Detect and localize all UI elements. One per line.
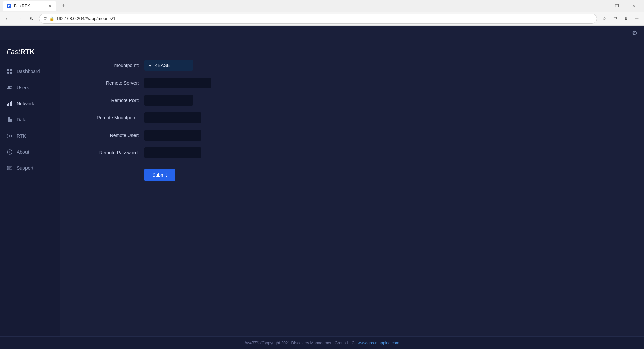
shield-icon: 🛡 bbox=[43, 16, 47, 21]
browser-titlebar: F FastRTK ✕ + — ❐ ✕ bbox=[0, 0, 644, 12]
sidebar-label-about: About bbox=[17, 149, 29, 155]
app-container: FastRTK Dashboard Users bbox=[0, 40, 644, 336]
svg-text:i: i bbox=[9, 150, 10, 154]
remote-user-row: Remote User: bbox=[80, 130, 282, 141]
users-icon bbox=[7, 85, 13, 91]
settings-gear-icon[interactable]: ⚙ bbox=[632, 29, 637, 37]
svg-rect-8 bbox=[10, 102, 11, 106]
menu-icon[interactable]: ☰ bbox=[632, 14, 641, 23]
tab-title: FastRTK bbox=[14, 4, 30, 8]
remote-user-input[interactable] bbox=[144, 130, 201, 141]
sidebar-item-users[interactable]: Users bbox=[0, 80, 60, 95]
remote-user-label: Remote User: bbox=[80, 133, 144, 138]
remote-port-input[interactable] bbox=[144, 95, 193, 106]
window-controls: — ❐ ✕ bbox=[592, 0, 641, 12]
svg-rect-9 bbox=[11, 101, 12, 106]
close-button[interactable]: ✕ bbox=[626, 0, 641, 12]
address-bar[interactable]: 🛡 🔒 192.168.0.204/#/app/mounts/1 bbox=[39, 14, 597, 24]
sidebar-item-rtk[interactable]: RTK bbox=[0, 128, 60, 144]
browser-toolbar: ← → ↻ 🛡 🔒 192.168.0.204/#/app/mounts/1 ☆… bbox=[0, 12, 644, 26]
remote-password-label: Remote Password: bbox=[80, 150, 144, 155]
remote-port-label: Remote Port: bbox=[80, 98, 144, 103]
rtk-icon bbox=[7, 133, 13, 139]
download-icon[interactable]: ⬇ bbox=[621, 14, 631, 23]
minimize-button[interactable]: — bbox=[592, 0, 608, 12]
logo-part2: RTK bbox=[20, 48, 35, 55]
svg-rect-7 bbox=[8, 103, 9, 106]
footer-logo: fastRTK bbox=[245, 341, 259, 345]
svg-point-12 bbox=[9, 135, 10, 137]
sidebar-label-dashboard: Dashboard bbox=[17, 69, 40, 74]
sidebar-label-users: Users bbox=[17, 85, 29, 90]
sidebar-item-data[interactable]: Data bbox=[0, 112, 60, 128]
svg-rect-2 bbox=[7, 72, 9, 74]
svg-rect-15 bbox=[7, 166, 12, 170]
lock-icon: 🔒 bbox=[49, 16, 54, 21]
tab-favicon: F bbox=[7, 4, 11, 8]
back-button[interactable]: ← bbox=[3, 14, 12, 23]
support-icon bbox=[7, 165, 13, 171]
forward-button[interactable]: → bbox=[15, 14, 24, 23]
new-tab-button[interactable]: + bbox=[59, 1, 68, 11]
sidebar-item-about[interactable]: i About bbox=[0, 144, 60, 160]
remote-mountpoint-row: Remote Mountpoint: bbox=[80, 112, 282, 123]
tab-close-icon[interactable]: ✕ bbox=[48, 4, 52, 8]
browser-tab[interactable]: F FastRTK ✕ bbox=[3, 1, 56, 11]
sidebar-label-support: Support bbox=[17, 165, 33, 171]
data-icon bbox=[7, 117, 13, 123]
svg-rect-1 bbox=[10, 69, 12, 71]
app-footer: fastRTK (C)opyright 2021 Discovery Manag… bbox=[0, 336, 644, 349]
about-icon: i bbox=[7, 149, 13, 155]
remote-mountpoint-input[interactable] bbox=[144, 112, 201, 123]
footer-link[interactable]: www.gps-mapping.com bbox=[358, 341, 399, 345]
sidebar-item-dashboard[interactable]: Dashboard bbox=[0, 64, 60, 79]
remote-password-row: Remote Password: bbox=[80, 147, 282, 158]
svg-rect-3 bbox=[10, 72, 12, 74]
sidebar-label-network: Network bbox=[17, 101, 34, 106]
refresh-button[interactable]: ↻ bbox=[27, 14, 36, 23]
toolbar-right: ☆ 🛡 ⬇ ☰ bbox=[600, 14, 641, 23]
shield-btn-icon[interactable]: 🛡 bbox=[610, 14, 620, 23]
sidebar-item-support[interactable]: Support bbox=[0, 160, 60, 176]
svg-rect-0 bbox=[7, 69, 9, 71]
maximize-button[interactable]: ❐ bbox=[609, 0, 625, 12]
sidebar-label-rtk: RTK bbox=[17, 133, 26, 139]
sidebar-item-network[interactable]: Network bbox=[0, 96, 60, 111]
mountpoint-row: mountpoint: bbox=[80, 60, 282, 71]
top-bar: ⚙ bbox=[0, 26, 644, 40]
remote-password-input[interactable] bbox=[144, 147, 201, 158]
remote-server-input[interactable] bbox=[144, 78, 211, 88]
svg-rect-6 bbox=[7, 104, 8, 106]
network-icon bbox=[7, 101, 13, 107]
sidebar-nav: Dashboard Users Network bbox=[0, 64, 60, 336]
mountpoint-input[interactable] bbox=[144, 60, 193, 71]
logo-part1: Fast bbox=[7, 48, 20, 55]
submit-button[interactable]: Submit bbox=[144, 169, 175, 181]
remote-port-row: Remote Port: bbox=[80, 95, 282, 106]
remote-mountpoint-label: Remote Mountpoint: bbox=[80, 115, 144, 120]
svg-point-5 bbox=[10, 86, 12, 87]
app-layout: ⚙ FastRTK Dashboard Users bbox=[0, 26, 644, 349]
url-text: 192.168.0.204/#/app/mounts/1 bbox=[56, 16, 115, 21]
browser-chrome: F FastRTK ✕ + — ❐ ✕ ← → ↻ 🛡 🔒 192.168.0.… bbox=[0, 0, 644, 26]
main-content: mountpoint: Remote Server: Remote Port: … bbox=[60, 40, 644, 336]
mountpoint-label: mountpoint: bbox=[80, 63, 144, 68]
app-logo: FastRTK bbox=[0, 45, 60, 64]
form-container: mountpoint: Remote Server: Remote Port: … bbox=[80, 60, 282, 181]
bookmark-icon[interactable]: ☆ bbox=[600, 14, 609, 23]
footer-copyright: (C)opyright 2021 Discovery Management Gr… bbox=[259, 341, 354, 345]
sidebar: FastRTK Dashboard Users bbox=[0, 40, 60, 336]
dashboard-icon bbox=[7, 68, 13, 74]
remote-server-row: Remote Server: bbox=[80, 78, 282, 88]
submit-row: Submit bbox=[80, 165, 282, 181]
sidebar-label-data: Data bbox=[17, 117, 27, 122]
remote-server-label: Remote Server: bbox=[80, 80, 144, 86]
